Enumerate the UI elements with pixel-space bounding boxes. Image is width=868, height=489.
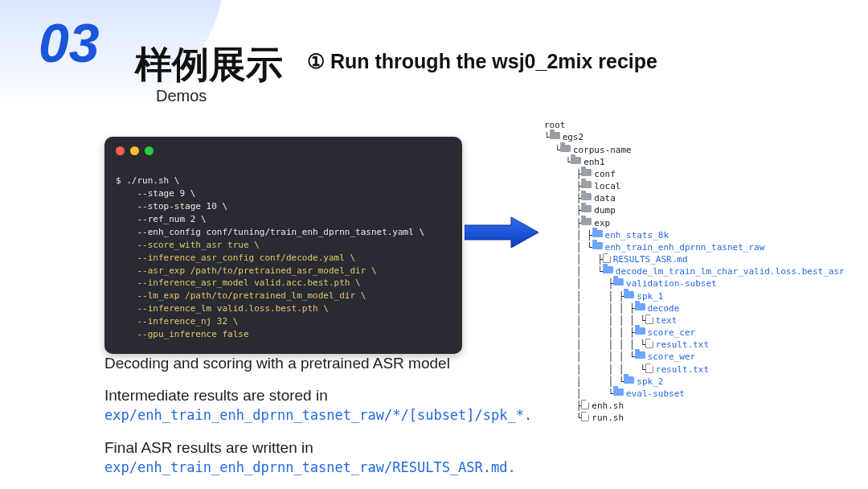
- file-icon: [645, 314, 653, 324]
- file-icon: [603, 253, 611, 263]
- folder-icon: [592, 242, 603, 249]
- slide-number: 03: [39, 11, 100, 74]
- dot-zoom-icon: [145, 146, 154, 155]
- folder-icon: [581, 193, 592, 200]
- terminal-content: $ ./run.sh \ --stage 9 \ --stop-stage 10…: [116, 162, 451, 341]
- term-line-highlight: --gpu_inference false: [116, 329, 249, 339]
- term-line: --enh_config conf/tuning/train_enh_dprnn…: [116, 227, 424, 237]
- tree-node: result.txt: [656, 339, 709, 350]
- tree-root: root: [544, 120, 566, 130]
- folder-icon: [581, 205, 592, 212]
- folder-icon: [635, 303, 645, 310]
- folder-icon: [550, 132, 560, 139]
- term-line-highlight: --inference_nj 32 \: [116, 316, 238, 327]
- dot-minimize-icon: [130, 146, 139, 155]
- desc-intermediate-text: Intermediate results are stored in: [104, 387, 328, 404]
- folder-icon: [581, 181, 592, 188]
- term-line-highlight: --inference_lm valid.loss.best.pth \: [116, 303, 329, 314]
- term-line-highlight: --asr_exp /path/to/pretrained_asr_model_…: [116, 265, 377, 276]
- tree-node: exp: [594, 218, 610, 228]
- tree-node: local: [594, 181, 620, 191]
- tree-node: decode: [648, 303, 680, 314]
- desc-intermediate-path: exp/enh_train_enh_dprnn_tasnet_raw/*/[su…: [104, 407, 532, 423]
- tree-node: RESULTS_ASR.md: [613, 254, 688, 265]
- folder-icon: [603, 266, 613, 273]
- title-zh: 样例展示: [135, 40, 283, 90]
- dot-close-icon: [116, 146, 125, 155]
- file-icon: [645, 364, 653, 373]
- folder-icon: [613, 278, 624, 286]
- tree-node: text: [656, 315, 678, 326]
- folder-icon: [571, 157, 581, 164]
- terminal-window: $ ./run.sh \ --stage 9 \ --stop-stage 10…: [104, 137, 462, 354]
- tree-node: dump: [594, 205, 616, 216]
- tree-node: corpus-name: [573, 145, 632, 155]
- tree-node: enh.sh: [592, 401, 624, 411]
- folder-icon: [624, 291, 634, 298]
- desc-final-path: exp/enh_train_enh_dprnn_tasnet_raw/RESUL…: [104, 459, 516, 475]
- folder-icon: [581, 169, 592, 176]
- desc-decoding: Decoding and scoring with a pretrained A…: [104, 354, 514, 373]
- folder-icon: [581, 218, 592, 225]
- tree-node: enh_stats_8k: [605, 230, 669, 240]
- tree-node: enh_train_enh_dprnn_tasnet_raw: [605, 242, 765, 253]
- term-line: --stage 9 \: [116, 188, 195, 199]
- tree-node: enh1: [583, 157, 605, 167]
- tree-node: egs2: [563, 132, 584, 142]
- tree-node: spk_1: [637, 291, 663, 302]
- window-dots: [116, 146, 451, 155]
- desc-final-text: Final ASR results are written in: [104, 439, 313, 456]
- folder-icon: [624, 376, 634, 384]
- tree-node: validation-subset: [626, 278, 717, 289]
- file-icon: [581, 400, 589, 409]
- folder-icon: [613, 388, 624, 396]
- term-line: $ ./run.sh \: [116, 175, 179, 186]
- directory-tree: root └egs2 └corpus-name └enh1 ├conf ├loc…: [544, 107, 845, 424]
- svg-marker-0: [465, 217, 538, 248]
- tree-node: spk_2: [637, 376, 663, 387]
- tree-node: run.sh: [592, 413, 624, 423]
- tree-node: data: [594, 193, 616, 203]
- term-line: --ref_num 2 \: [116, 214, 207, 224]
- tree-node: eval-subset: [626, 388, 685, 399]
- term-line: --stop-stage 10 \: [116, 201, 227, 212]
- desc-final: Final ASR results are written in exp/enh…: [104, 438, 514, 477]
- file-icon: [581, 412, 589, 421]
- desc-intermediate: Intermediate results are stored in exp/e…: [104, 386, 514, 425]
- folder-icon: [560, 145, 571, 152]
- tree-node: decode_lm_train_lm_char_valid.loss.best_…: [616, 266, 845, 277]
- folder-icon: [592, 230, 603, 237]
- folder-icon: [635, 327, 645, 335]
- term-line-highlight: --inference_asr_config conf/decode.yaml …: [116, 253, 355, 263]
- tree-node: score_cer: [648, 327, 696, 338]
- tree-node: score_wer: [648, 351, 696, 362]
- subtitle-en: Demos: [156, 87, 207, 105]
- folder-icon: [635, 351, 645, 359]
- arrow-icon: [465, 216, 540, 249]
- file-icon: [645, 339, 653, 348]
- term-line-highlight: --score_with_asr true \: [116, 240, 260, 250]
- tree-node: conf: [594, 169, 616, 179]
- step-title: ① Run through the wsj0_2mix recipe: [307, 50, 657, 73]
- tree-node: result.txt: [656, 364, 709, 375]
- term-line-highlight: --lm_exp /path/to/pretrained_lm_model_di…: [116, 290, 366, 301]
- term-line-highlight: --inference_asr_model valid.acc.best.pth…: [116, 277, 361, 288]
